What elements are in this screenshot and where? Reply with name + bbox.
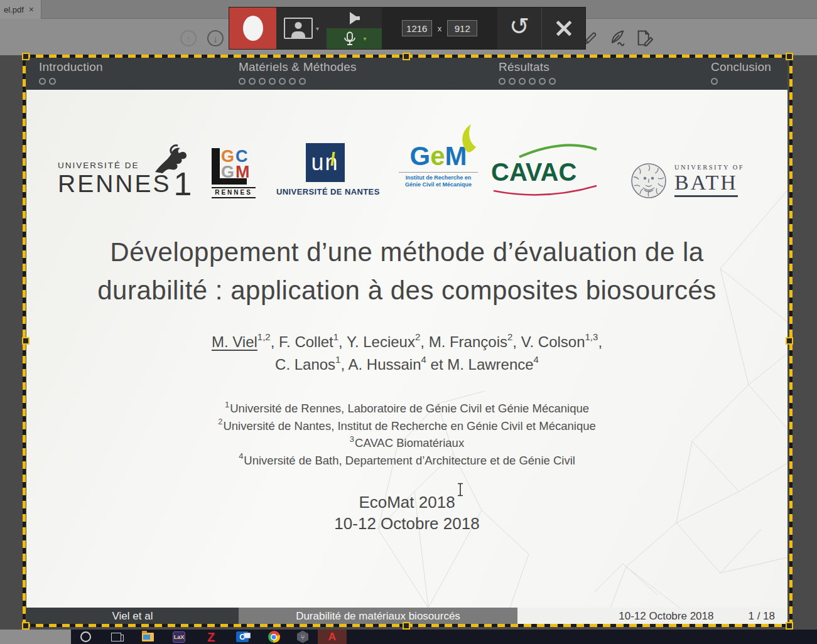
selection-handle-bottom-middle[interactable]: [403, 622, 410, 630]
nav-section-introduction[interactable]: Introduction: [39, 60, 103, 85]
fountain-pen-icon[interactable]: [608, 29, 627, 48]
selection-handle-bottom-left[interactable]: [22, 622, 30, 630]
selection-handle-bottom-right[interactable]: [786, 622, 793, 630]
nav-section-dots: [39, 78, 103, 85]
nav-section-label: Conclusion: [711, 60, 771, 74]
speaker-button[interactable]: [327, 8, 382, 28]
gem-leaf-icon: [458, 124, 480, 153]
page-down-button[interactable]: ↓: [207, 30, 224, 46]
logo-university-of-bath: UNIVERSITY OF BATH: [630, 148, 756, 213]
windows-taskbar: LaX Z O ⑂ A: [71, 630, 817, 644]
nav-section-dots: [711, 78, 771, 85]
ermine-icon: [150, 143, 192, 177]
affiliations-list: 1Université de Rennes, Laboratoire de Gé…: [26, 400, 787, 469]
task-view-icon[interactable]: [102, 630, 131, 644]
event-block: EcoMat 2018 10-12 Octobre 2018: [26, 491, 787, 534]
audio-controls: ▾: [327, 8, 382, 49]
acrobat-reader-icon[interactable]: A: [318, 630, 347, 644]
record-icon: [243, 16, 263, 41]
nav-section-resultats[interactable]: Résultats: [499, 60, 556, 85]
event-name: EcoMat 2018: [26, 491, 787, 513]
selection-handle-top-middle[interactable]: [403, 53, 410, 60]
text-cursor: [457, 483, 464, 496]
footer-page-number: 1 / 18: [748, 610, 775, 623]
speaker-icon: [347, 11, 361, 26]
nav-section-label: Introduction: [39, 60, 103, 74]
tab-title: el.pdf: [4, 5, 24, 14]
slide-page: Introduction Matériels & Méthodes Résult…: [26, 55, 787, 625]
latex-editor-icon[interactable]: LaX: [165, 630, 193, 644]
logo-universite-nantes: un UNIVERSITÉ DE NANTES: [276, 143, 374, 209]
bath-sun-face-icon: [630, 163, 667, 199]
outlook-icon[interactable]: O: [228, 630, 257, 644]
record-width-input[interactable]: [402, 20, 432, 36]
selection-handle-right-middle[interactable]: [786, 337, 793, 345]
webcam-dropdown-icon[interactable]: ▾: [316, 25, 319, 32]
selection-handle-top-right[interactable]: [786, 53, 793, 60]
times-label: x: [438, 24, 442, 33]
event-date: 10-12 Octobre 2018: [26, 513, 787, 534]
fill-sign-icon[interactable]: [636, 29, 654, 48]
restart-selection-button[interactable]: ↺: [497, 8, 541, 49]
footer-right: 10-12 Octobre 2018 1 / 18: [517, 608, 787, 625]
desktop-screen: el.pdf × ↑ ↓ Introduction Matériels & Mé…: [0, 0, 817, 644]
file-explorer-icon[interactable]: [133, 630, 162, 644]
footer-short-title: Durabilité de matériaux biosourcés: [239, 608, 517, 625]
footer-authors: Viel et al: [26, 608, 239, 625]
webcam-button[interactable]: ▾: [276, 8, 327, 49]
authors-list: M. Viel1,2, F. Collet1, Y. Lecieux2, M. …: [26, 331, 787, 376]
page-up-button[interactable]: ↑: [180, 30, 197, 46]
logo-universite-rennes1: UNIVERSITÉ DE RENNES1: [58, 143, 199, 209]
selection-handle-left-middle[interactable]: [22, 337, 30, 345]
footer-date: 10-12 Octobre 2018: [619, 610, 713, 623]
nav-section-dots: [499, 78, 556, 85]
slide-body: UNIVERSITÉ DE RENNES1 GC GM RENNES un UN…: [26, 90, 787, 608]
nav-section-conclusion[interactable]: Conclusion: [711, 60, 771, 85]
logo-gem: GeM Institut de Recherche enGénie Civil …: [398, 143, 479, 209]
record-button[interactable]: [229, 8, 276, 49]
logo-cavac: CAVAC: [491, 143, 599, 200]
chrome-icon[interactable]: [259, 630, 288, 644]
microphone-icon: [342, 31, 358, 46]
zotero-icon[interactable]: Z: [197, 630, 225, 644]
selection-handle-top-left[interactable]: [22, 53, 30, 60]
webcam-icon: [284, 18, 313, 39]
slide-nav-bar: Introduction Matériels & Méthodes Résult…: [26, 55, 787, 90]
nav-section-label: Résultats: [499, 60, 556, 74]
nav-section-materiels-methodes[interactable]: Matériels & Méthodes: [239, 60, 357, 85]
cortana-search-icon[interactable]: [71, 630, 100, 644]
microphone-dropdown-icon[interactable]: ▾: [363, 35, 366, 42]
microphone-button[interactable]: ▾: [327, 28, 382, 49]
pdf-tab[interactable]: el.pdf ×: [0, 0, 41, 19]
record-height-input[interactable]: [447, 20, 477, 36]
nav-section-dots: [239, 78, 357, 85]
nav-section-label: Matériels & Méthodes: [239, 60, 357, 74]
logo-lgcgm: GC GM RENNES: [212, 143, 257, 209]
record-size-controls: x: [382, 8, 497, 49]
version-control-icon[interactable]: ⑂: [288, 630, 317, 644]
slide-title: Développement d’une méthode d’évaluation…: [26, 233, 787, 309]
close-recorder-button[interactable]: [541, 8, 585, 49]
screen-recorder-toolbar: ▾ ▾ x ↺: [229, 8, 585, 49]
tab-close-icon[interactable]: ×: [29, 5, 34, 14]
